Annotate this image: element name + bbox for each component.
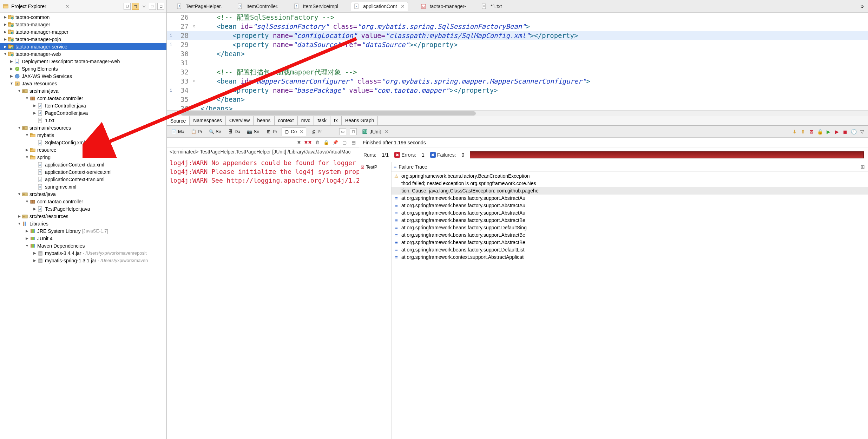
stop-icon[interactable]: ◼	[842, 129, 848, 135]
twisty-icon[interactable]: ▶	[32, 258, 37, 262]
editor-tab[interactable]: JTestPageHelper.	[174, 2, 225, 11]
editor-subtab[interactable]: tx	[330, 116, 342, 125]
editor-tab[interactable]: JItemServiceImpl	[291, 2, 341, 11]
twisty-icon[interactable]: ▼	[25, 244, 29, 248]
twisty-icon[interactable]: ▼	[25, 96, 29, 100]
twisty-icon[interactable]: ▶	[3, 45, 8, 48]
trace-line[interactable]: ≡at org.springframework.beans.factory.su…	[392, 239, 868, 246]
code-line[interactable]: </bean>	[198, 49, 868, 58]
twisty-icon[interactable]: ▶	[32, 207, 37, 211]
close-icon[interactable]: ✕	[401, 4, 405, 9]
tree-item[interactable]: ▶JPageController.java	[0, 109, 166, 117]
twisty-icon[interactable]: ▼	[17, 126, 22, 130]
tree-item[interactable]: XapplicationContext-service.xml	[0, 168, 166, 176]
editor-subtab[interactable]: context	[275, 116, 298, 125]
twisty-icon[interactable]: ▶	[9, 67, 14, 71]
trace-line[interactable]: ≡at org.springframework.beans.factory.su…	[392, 224, 868, 231]
maximize-button[interactable]: ◻	[157, 3, 164, 10]
code-line[interactable]: <!-- 配置扫描包，加载mapper代理对象 -->	[198, 67, 868, 77]
collapse-all-button[interactable]: ⊟	[124, 3, 131, 10]
tree-item[interactable]: XapplicationContext-tran.xml	[0, 176, 166, 183]
tree-item[interactable]: ▶Deployment Descriptor: taotao-manager-w…	[0, 58, 166, 65]
code-line[interactable]: <!-- 配置SqlSessionFactory -->	[198, 13, 868, 22]
code-editor[interactable]: 26 <!-- 配置SqlSessionFactory -->27⊖ <bean…	[167, 13, 868, 125]
twisty-icon[interactable]: ▼	[17, 222, 22, 225]
tree-item[interactable]: ▶resource	[0, 146, 166, 153]
twisty-icon[interactable]: ▶	[32, 111, 37, 115]
trace-line[interactable]: thod failed; nested exception is org.spr…	[392, 180, 868, 187]
tree-item[interactable]: ▶JRE System Library[JavaSE-1.7]	[0, 227, 166, 235]
show-failures-icon[interactable]: ⊠	[808, 129, 815, 135]
twisty-icon[interactable]: ▶	[9, 59, 14, 63]
tree-item[interactable]: XapplicationContext-dao.xml	[0, 161, 166, 168]
tree-item[interactable]: ▶taotao-manager-service	[0, 43, 166, 50]
tree-item[interactable]: ▼Maven Dependencies	[0, 242, 166, 249]
tree-item[interactable]: ▶mybatis-3.4.4.jar- /Users/yxp/work/mave…	[0, 249, 166, 257]
twisty-icon[interactable]: ▼	[25, 199, 29, 203]
remove-launch-icon[interactable]: ✖	[296, 139, 302, 146]
twisty-icon[interactable]: ▼	[25, 155, 29, 159]
twisty-icon[interactable]: ▶	[3, 15, 8, 19]
tree-item[interactable]: ▶Spring Elements	[0, 65, 166, 72]
open-console-icon[interactable]: ▤	[350, 139, 357, 146]
display-select-icon[interactable]: ▢	[341, 139, 348, 146]
tree-item[interactable]: ▶JItemController.java	[0, 102, 166, 109]
tree-item[interactable]: ▼com.taotao.controller	[0, 94, 166, 102]
tree-item[interactable]: ▶taotao-manager	[0, 21, 166, 28]
junit-test-tree[interactable]: ⊠ TestP	[359, 162, 392, 439]
tree-item[interactable]: ▶taotao-common	[0, 13, 166, 21]
tree-item[interactable]: ▶JAX-WS Web Services	[0, 72, 166, 80]
tree-item[interactable]: XSqlMapConfig.xml	[0, 139, 166, 146]
bottom-tab[interactable]: ⊞Pr	[264, 128, 280, 136]
bottom-tab[interactable]: ▢Co✕	[282, 127, 307, 136]
twisty-icon[interactable]: ▶	[32, 104, 37, 107]
trace-line[interactable]: tion. Cause: java.lang.ClassCastExceptio…	[392, 187, 868, 195]
bottom-tab[interactable]: 🗄Da	[225, 128, 243, 136]
tree-item[interactable]: ▼src/test/java	[0, 190, 166, 198]
compare-icon[interactable]: ⊞	[860, 164, 866, 170]
history-icon[interactable]: 🕘	[850, 129, 857, 135]
twisty-icon[interactable]: ▶	[3, 30, 8, 34]
twisty-icon[interactable]: ▼	[9, 81, 14, 85]
twisty-icon[interactable]: ▶	[3, 22, 8, 26]
rerun-failed-icon[interactable]: ▶	[834, 129, 840, 135]
trace-line[interactable]: ≡at org.springframework.beans.factory.su…	[392, 209, 868, 217]
tree-item[interactable]: ▶JUnit 4	[0, 235, 166, 242]
tree-item[interactable]: ▶JTestPageHelper.java	[0, 205, 166, 212]
tree-item[interactable]: ▶taotao-manager-pojo	[0, 35, 166, 43]
twisty-icon[interactable]: ▼	[3, 52, 8, 56]
test-node-label[interactable]: TestP	[366, 164, 377, 170]
editor-subtab[interactable]: beans	[254, 116, 274, 125]
tree-item[interactable]: Xspringmvc.xml	[0, 183, 166, 190]
twisty-icon[interactable]: ▶	[25, 148, 29, 152]
editor-subtab[interactable]: mvc	[298, 116, 314, 125]
trace-line[interactable]: ≡at org.springframework.beans.factory.su…	[392, 195, 868, 202]
code-line[interactable]: </bean>	[198, 95, 868, 104]
minimize-button[interactable]: ▭	[339, 128, 346, 135]
trace-line[interactable]: ≡at org.springframework.beans.factory.su…	[392, 217, 868, 224]
editor-tab[interactable]: *1.txt	[479, 2, 505, 11]
console-output[interactable]: log4j:WARN No appenders could be found f…	[167, 156, 359, 439]
twisty-icon[interactable]: ▶	[25, 236, 29, 240]
twisty-icon[interactable]: ▶	[9, 74, 14, 78]
bottom-tab[interactable]: 🖨Pr	[308, 128, 324, 136]
tree-item[interactable]: 1.txt	[0, 117, 166, 124]
bottom-tab[interactable]: 🔍Se	[206, 128, 223, 136]
editor-subtab[interactable]: Source	[167, 116, 190, 125]
horizontal-scrollbar[interactable]	[167, 110, 868, 116]
tree-item[interactable]: ▼com.taotao.controller	[0, 198, 166, 205]
editor-subtab[interactable]: Overview	[226, 116, 254, 125]
editor-tab[interactable]: JItemController.	[235, 2, 281, 11]
next-failure-icon[interactable]: ⬇	[791, 129, 798, 135]
code-line[interactable]: <property name="configLocation" value="c…	[198, 31, 868, 40]
project-tree[interactable]: ▶taotao-common▶taotao-manager▶taotao-man…	[0, 13, 166, 439]
tree-item[interactable]: ▼src/main/resources	[0, 124, 166, 131]
code-line[interactable]	[198, 58, 868, 67]
code-line[interactable]: <bean id="mapperScannerConfigurer" class…	[198, 77, 868, 86]
editor-subtab[interactable]: Namespaces	[190, 116, 226, 125]
bottom-tab[interactable]: 📋Pr	[189, 128, 204, 136]
tree-item[interactable]: ▼Libraries	[0, 220, 166, 227]
junit-close-icon[interactable]: ✕	[384, 129, 389, 135]
tree-item[interactable]: ▼src/main/java	[0, 87, 166, 94]
editor-subtab[interactable]: Beans Graph	[342, 116, 378, 125]
